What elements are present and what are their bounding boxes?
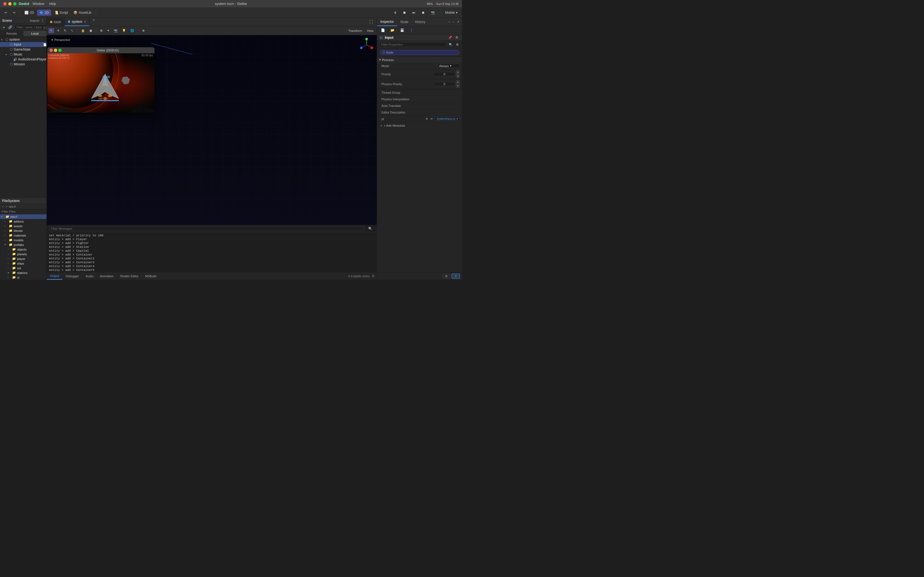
tree-item-input[interactable]: Input 📄 xyxy=(0,42,47,47)
camera-btn[interactable]: 📷 xyxy=(429,10,437,16)
select-tool-btn[interactable]: ↖ xyxy=(48,28,54,33)
env-btn[interactable]: 🌐 xyxy=(129,28,136,33)
pause-btn[interactable]: ⏸ xyxy=(391,10,399,16)
priority-up-btn[interactable]: ▲ xyxy=(456,70,460,74)
fs-item-prefabs[interactable]: ▾ 📁 prefabs xyxy=(0,242,47,247)
inspector-save-btn[interactable]: 💾 xyxy=(398,27,407,33)
prop-dropdown-mode[interactable]: Always ▾ xyxy=(438,63,460,68)
tab-remote[interactable]: Remote xyxy=(0,31,23,36)
console-settings-icon[interactable]: ⚙ xyxy=(372,274,375,278)
step-btn[interactable]: ⏭ xyxy=(410,10,418,16)
inspector-next-btn[interactable]: › xyxy=(452,20,455,24)
node-settings-btn[interactable]: ⚙ xyxy=(454,35,459,40)
fs-item-ui[interactable]: › 📁 ui xyxy=(0,275,47,280)
inspector-external-btn[interactable]: ↗ xyxy=(456,20,460,24)
filter-search-btn[interactable]: 🔍 xyxy=(448,43,454,47)
tab-node[interactable]: Node xyxy=(397,18,412,26)
lock-btn[interactable]: 🔒 xyxy=(79,28,87,33)
fs-item-res[interactable]: ▾ 📁 res:// xyxy=(0,214,47,219)
console-tab-output[interactable]: Output xyxy=(47,272,62,280)
tree-item-music[interactable]: ▾ Music xyxy=(0,52,47,57)
gizmo-menu-btn[interactable]: ⊕ xyxy=(141,28,146,33)
physics-priority-up-btn[interactable]: ▲ xyxy=(456,80,460,84)
tree-item-mission[interactable]: Mission xyxy=(0,62,47,67)
fs-item-planets[interactable]: › 📁 planets xyxy=(0,252,47,256)
fs-item-stations[interactable]: ▾ 📁 stations xyxy=(0,270,47,275)
script-btn[interactable]: 📜 Script xyxy=(52,10,70,16)
fs-item-sol[interactable]: › 📁 sol xyxy=(0,266,47,270)
physics-priority-down-btn[interactable]: ▼ xyxy=(456,84,460,88)
record-btn[interactable]: ⏺ xyxy=(419,10,427,16)
fs-item-materials[interactable]: › 📁 materials xyxy=(0,233,47,238)
transform-btn[interactable]: Transform xyxy=(347,28,364,33)
fs-item-player[interactable]: › 📁 player xyxy=(0,256,47,261)
inspector-more-btn[interactable]: ⋮ xyxy=(407,27,415,33)
link-btn[interactable]: 🔗 xyxy=(7,25,13,29)
value-left[interactable]: 0 xyxy=(442,274,451,279)
snap-btn[interactable]: ⊞ xyxy=(99,28,104,33)
tab-base[interactable]: base xyxy=(47,18,65,26)
undo-btn[interactable]: ↩ xyxy=(2,10,9,16)
move-tool-btn[interactable]: ✛ xyxy=(55,28,61,33)
mode-2d-btn[interactable]: ⬜ 2D xyxy=(22,10,36,16)
add-metadata-btn[interactable]: + + Add Metadata xyxy=(377,122,462,129)
layout-btn[interactable]: Mobile ▾ xyxy=(443,10,460,16)
group-btn[interactable]: ▣ xyxy=(88,28,94,33)
tab-system[interactable]: system × xyxy=(65,18,90,26)
view-btn[interactable]: View xyxy=(365,28,375,33)
menu-help[interactable]: Help xyxy=(49,2,56,6)
axis-gizmo[interactable]: Y Z xyxy=(360,38,373,52)
scene-menu-icon[interactable]: ⋮ xyxy=(41,19,44,23)
maximize-btn[interactable] xyxy=(13,2,16,5)
tab-history[interactable]: History xyxy=(412,18,428,26)
debug-traffic[interactable] xyxy=(50,48,61,52)
script-reload-btn[interactable]: ↻ xyxy=(425,117,429,121)
pin-node-btn[interactable]: 📌 xyxy=(447,35,453,40)
priority-input[interactable] xyxy=(433,72,456,76)
fs-item-blends[interactable]: › 📁 blends xyxy=(0,228,47,233)
console-tab-animation[interactable]: Animation xyxy=(97,272,117,280)
minimize-btn[interactable] xyxy=(8,2,11,5)
particles-btn[interactable]: ✦ xyxy=(105,28,111,33)
console-tab-shader[interactable]: Shader Editor xyxy=(116,272,142,280)
import-btn[interactable]: Import xyxy=(30,19,39,22)
expand-viewport-btn[interactable]: ⛶ xyxy=(368,19,375,24)
fs-item-addons[interactable]: › 📁 addons xyxy=(0,219,47,224)
console-tab-debugger[interactable]: Debugger xyxy=(62,272,82,280)
section-header-process[interactable]: ▾ Process xyxy=(377,57,462,63)
tree-item-gamestate[interactable]: GameState xyxy=(0,47,47,52)
debug-close-btn[interactable] xyxy=(50,48,53,52)
fs-item-models[interactable]: › 📁 models xyxy=(0,238,47,242)
viewport[interactable]: ▸ Perspective Y xyxy=(47,35,377,225)
physics-priority-input[interactable] xyxy=(433,82,456,86)
tree-item-audiostreamplayer[interactable]: 🔊 AudioStreamPlayer xyxy=(0,57,47,62)
fs-item-objects[interactable]: › 📁 objects xyxy=(0,247,47,252)
inspector-file-btn[interactable]: 📄 xyxy=(379,27,387,33)
priority-down-btn[interactable]: ▼ xyxy=(456,74,460,78)
filter-options-btn[interactable]: ⚙ xyxy=(455,43,460,47)
tab-inspector[interactable]: Inspector xyxy=(377,18,397,26)
assetlib-btn[interactable]: 📦 AssetLib xyxy=(71,10,94,16)
tab-close-system[interactable]: × xyxy=(84,19,86,24)
redo-btn[interactable]: ↪ xyxy=(10,10,18,16)
console-output[interactable]: set material / priority to 100 entity > … xyxy=(47,232,377,272)
tree-item-system[interactable]: ▾ system xyxy=(0,37,47,42)
filter-properties-input[interactable] xyxy=(379,42,447,47)
fs-back-btn[interactable]: ‹ xyxy=(2,205,4,208)
tab-local[interactable]: Local xyxy=(23,31,47,36)
inspector-prev-btn[interactable]: ‹ xyxy=(447,20,451,24)
console-tab-audio[interactable]: Audio xyxy=(82,272,97,280)
menu-window[interactable]: Window xyxy=(32,2,44,6)
console-tab-msbuild[interactable]: MSBuild xyxy=(142,272,160,280)
fs-item-ships[interactable]: › 📁 ships xyxy=(0,261,47,266)
add-tab-btn[interactable]: + xyxy=(90,18,98,26)
add-node-btn[interactable]: + xyxy=(2,25,6,30)
script-value[interactable]: SystemInput.cs ▾ xyxy=(435,117,460,121)
console-filter-input[interactable] xyxy=(49,226,364,231)
value-right[interactable]: 0 xyxy=(452,274,460,279)
debug-min-btn[interactable] xyxy=(54,48,57,52)
lights-btn[interactable]: 💡 xyxy=(120,28,128,33)
close-btn[interactable] xyxy=(3,2,6,5)
debug-max-btn[interactable] xyxy=(58,48,61,52)
stop-btn[interactable]: ⏹ xyxy=(401,10,409,16)
